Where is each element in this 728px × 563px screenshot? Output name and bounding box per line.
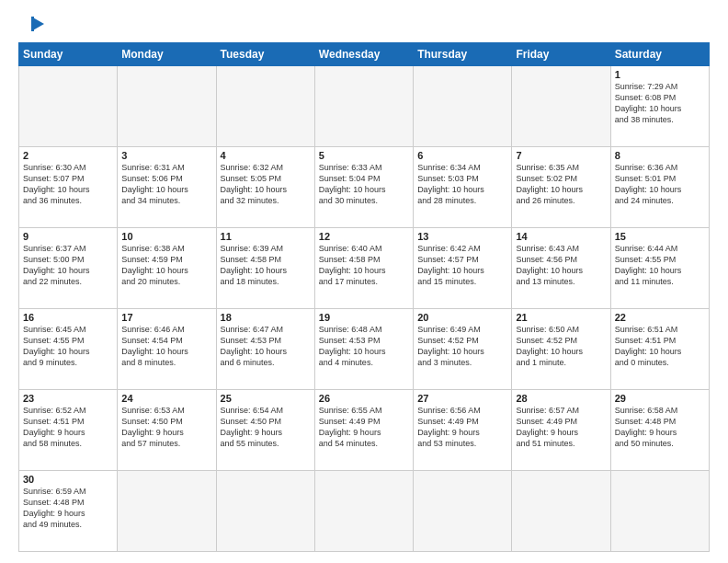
day-number: 17 <box>121 312 211 323</box>
day-cell: 23Sunrise: 6:52 AM Sunset: 4:51 PM Dayli… <box>19 390 118 471</box>
day-number: 1 <box>615 69 705 80</box>
day-number: 12 <box>319 231 409 242</box>
day-number: 10 <box>121 231 211 242</box>
day-number: 20 <box>417 312 507 323</box>
day-info: Sunrise: 6:49 AM Sunset: 4:52 PM Dayligh… <box>417 324 507 369</box>
day-info: Sunrise: 6:34 AM Sunset: 5:03 PM Dayligh… <box>417 162 507 207</box>
day-cell <box>414 66 512 147</box>
day-info: Sunrise: 6:44 AM Sunset: 4:55 PM Dayligh… <box>615 243 705 288</box>
day-info: Sunrise: 6:51 AM Sunset: 4:51 PM Dayligh… <box>615 324 705 369</box>
day-cell <box>118 66 216 147</box>
day-number: 13 <box>417 231 507 242</box>
day-number: 15 <box>615 231 705 242</box>
day-info: Sunrise: 6:47 AM Sunset: 4:53 PM Dayligh… <box>221 324 311 369</box>
day-cell: 15Sunrise: 6:44 AM Sunset: 4:55 PM Dayli… <box>610 228 709 309</box>
day-cell: 30Sunrise: 6:59 AM Sunset: 4:48 PM Dayli… <box>19 471 118 552</box>
logo <box>18 15 64 35</box>
day-number: 30 <box>23 474 113 485</box>
day-cell: 18Sunrise: 6:47 AM Sunset: 4:53 PM Dayli… <box>216 309 314 390</box>
day-info: Sunrise: 6:35 AM Sunset: 5:02 PM Dayligh… <box>516 162 606 207</box>
day-number: 14 <box>516 231 606 242</box>
day-cell <box>216 66 314 147</box>
day-cell: 3Sunrise: 6:31 AM Sunset: 5:06 PM Daylig… <box>118 147 216 228</box>
page: SundayMondayTuesdayWednesdayThursdayFrid… <box>0 0 728 563</box>
day-info: Sunrise: 6:39 AM Sunset: 4:58 PM Dayligh… <box>221 243 311 288</box>
day-cell <box>314 471 413 552</box>
week-row-4: 23Sunrise: 6:52 AM Sunset: 4:51 PM Dayli… <box>19 390 710 471</box>
day-info: Sunrise: 6:50 AM Sunset: 4:52 PM Dayligh… <box>516 324 606 369</box>
day-number: 29 <box>615 393 705 404</box>
day-info: Sunrise: 6:59 AM Sunset: 4:48 PM Dayligh… <box>23 486 113 531</box>
weekday-wednesday: Wednesday <box>314 43 413 66</box>
day-info: Sunrise: 6:31 AM Sunset: 5:06 PM Dayligh… <box>121 162 211 207</box>
day-cell: 26Sunrise: 6:55 AM Sunset: 4:49 PM Dayli… <box>314 390 413 471</box>
day-info: Sunrise: 6:55 AM Sunset: 4:49 PM Dayligh… <box>319 405 409 450</box>
day-number: 21 <box>516 312 606 323</box>
day-number: 5 <box>319 150 409 161</box>
week-row-0: 1Sunrise: 7:29 AM Sunset: 6:08 PM Daylig… <box>19 66 710 147</box>
day-info: Sunrise: 6:40 AM Sunset: 4:58 PM Dayligh… <box>319 243 409 288</box>
day-cell: 11Sunrise: 6:39 AM Sunset: 4:58 PM Dayli… <box>216 228 314 309</box>
weekday-friday: Friday <box>512 43 610 66</box>
day-info: Sunrise: 6:52 AM Sunset: 4:51 PM Dayligh… <box>23 405 113 450</box>
weekday-sunday: Sunday <box>19 43 118 66</box>
logo-icon <box>18 15 64 35</box>
day-number: 7 <box>516 150 606 161</box>
day-number: 24 <box>121 393 211 404</box>
day-cell: 14Sunrise: 6:43 AM Sunset: 4:56 PM Dayli… <box>512 228 610 309</box>
day-info: Sunrise: 6:46 AM Sunset: 4:54 PM Dayligh… <box>121 324 211 369</box>
day-info: Sunrise: 6:48 AM Sunset: 4:53 PM Dayligh… <box>319 324 409 369</box>
day-info: Sunrise: 6:58 AM Sunset: 4:48 PM Dayligh… <box>615 405 705 450</box>
day-number: 11 <box>221 231 311 242</box>
day-info: Sunrise: 6:42 AM Sunset: 4:57 PM Dayligh… <box>417 243 507 288</box>
day-cell: 4Sunrise: 6:32 AM Sunset: 5:05 PM Daylig… <box>216 147 314 228</box>
day-info: Sunrise: 6:45 AM Sunset: 4:55 PM Dayligh… <box>23 324 113 369</box>
day-info: Sunrise: 6:57 AM Sunset: 4:49 PM Dayligh… <box>516 405 606 450</box>
day-cell: 17Sunrise: 6:46 AM Sunset: 4:54 PM Dayli… <box>118 309 216 390</box>
week-row-5: 30Sunrise: 6:59 AM Sunset: 4:48 PM Dayli… <box>19 471 710 552</box>
day-cell: 25Sunrise: 6:54 AM Sunset: 4:50 PM Dayli… <box>216 390 314 471</box>
day-cell <box>118 471 216 552</box>
day-cell <box>512 66 610 147</box>
day-cell <box>610 471 709 552</box>
day-cell: 27Sunrise: 6:56 AM Sunset: 4:49 PM Dayli… <box>414 390 512 471</box>
day-cell <box>216 471 314 552</box>
day-cell <box>414 471 512 552</box>
day-number: 4 <box>221 150 311 161</box>
day-info: Sunrise: 6:38 AM Sunset: 4:59 PM Dayligh… <box>121 243 211 288</box>
day-cell: 20Sunrise: 6:49 AM Sunset: 4:52 PM Dayli… <box>414 309 512 390</box>
day-cell: 6Sunrise: 6:34 AM Sunset: 5:03 PM Daylig… <box>414 147 512 228</box>
day-cell: 22Sunrise: 6:51 AM Sunset: 4:51 PM Dayli… <box>610 309 709 390</box>
day-number: 6 <box>417 150 507 161</box>
weekday-header-row: SundayMondayTuesdayWednesdayThursdayFrid… <box>19 43 710 66</box>
day-number: 23 <box>23 393 113 404</box>
day-info: Sunrise: 6:30 AM Sunset: 5:07 PM Dayligh… <box>23 162 113 207</box>
day-info: Sunrise: 6:53 AM Sunset: 4:50 PM Dayligh… <box>121 405 211 450</box>
day-cell: 28Sunrise: 6:57 AM Sunset: 4:49 PM Dayli… <box>512 390 610 471</box>
day-number: 9 <box>23 231 113 242</box>
weekday-saturday: Saturday <box>610 43 709 66</box>
weekday-tuesday: Tuesday <box>216 43 314 66</box>
day-info: Sunrise: 6:56 AM Sunset: 4:49 PM Dayligh… <box>417 405 507 450</box>
day-number: 8 <box>615 150 705 161</box>
day-number: 28 <box>516 393 606 404</box>
day-cell: 1Sunrise: 7:29 AM Sunset: 6:08 PM Daylig… <box>610 66 709 147</box>
day-cell: 21Sunrise: 6:50 AM Sunset: 4:52 PM Dayli… <box>512 309 610 390</box>
day-cell: 19Sunrise: 6:48 AM Sunset: 4:53 PM Dayli… <box>314 309 413 390</box>
day-info: Sunrise: 6:37 AM Sunset: 5:00 PM Dayligh… <box>23 243 113 288</box>
day-number: 27 <box>417 393 507 404</box>
day-number: 26 <box>319 393 409 404</box>
day-cell <box>512 471 610 552</box>
day-cell: 13Sunrise: 6:42 AM Sunset: 4:57 PM Dayli… <box>414 228 512 309</box>
day-cell: 24Sunrise: 6:53 AM Sunset: 4:50 PM Dayli… <box>118 390 216 471</box>
week-row-3: 16Sunrise: 6:45 AM Sunset: 4:55 PM Dayli… <box>19 309 710 390</box>
day-info: Sunrise: 6:54 AM Sunset: 4:50 PM Dayligh… <box>221 405 311 450</box>
day-cell: 9Sunrise: 6:37 AM Sunset: 5:00 PM Daylig… <box>19 228 118 309</box>
header <box>18 15 710 35</box>
day-number: 18 <box>221 312 311 323</box>
day-info: Sunrise: 6:43 AM Sunset: 4:56 PM Dayligh… <box>516 243 606 288</box>
day-cell: 5Sunrise: 6:33 AM Sunset: 5:04 PM Daylig… <box>314 147 413 228</box>
day-number: 22 <box>615 312 705 323</box>
day-info: Sunrise: 6:36 AM Sunset: 5:01 PM Dayligh… <box>615 162 705 207</box>
day-cell: 8Sunrise: 6:36 AM Sunset: 5:01 PM Daylig… <box>610 147 709 228</box>
